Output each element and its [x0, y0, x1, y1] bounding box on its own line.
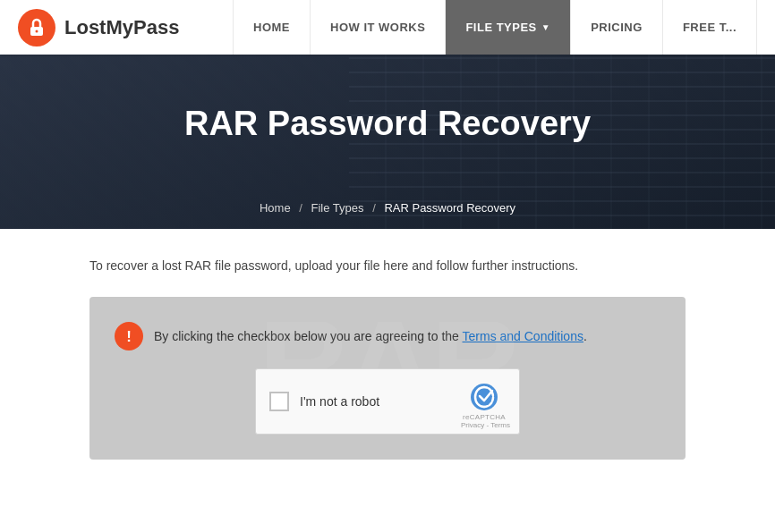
captcha-terms-link[interactable]: Terms	[490, 421, 510, 429]
captcha-checkbox[interactable]	[269, 392, 289, 411]
breadcrumb-current: RAR Password Recovery	[384, 201, 515, 215]
captcha-label: I'm not a robot	[300, 394, 452, 409]
nav-how-it-works[interactable]: HOW IT WORKS	[311, 0, 446, 55]
chevron-down-icon: ▼	[541, 22, 550, 32]
upload-area: RAR ! By clicking the checkbox below you…	[89, 297, 686, 460]
breadcrumb: Home / File Types / RAR Password Recover…	[260, 201, 515, 215]
nav-file-types[interactable]: FILE TYPES ▼	[446, 0, 571, 55]
hero-section: RAR Password Recovery Home / File Types …	[0, 55, 775, 229]
captcha-privacy-link[interactable]: Privacy	[461, 421, 484, 429]
recaptcha-brand-text: reCAPTCHA	[463, 413, 506, 421]
brand-name: LostMyPass	[64, 16, 179, 39]
breadcrumb-file-types[interactable]: File Types	[311, 201, 364, 215]
captcha-footer: Privacy - Terms	[461, 421, 510, 429]
nav-home[interactable]: HOME	[233, 0, 311, 55]
breadcrumb-sep-2: /	[372, 201, 376, 215]
breadcrumb-sep-1: /	[299, 201, 302, 215]
nav-links: HOME HOW IT WORKS FILE TYPES ▼ PRICING F…	[233, 0, 757, 55]
warning-icon: !	[115, 322, 143, 350]
captcha-box: I'm not a robot reCAPTCHA Privacy	[255, 368, 520, 435]
logo-icon	[18, 9, 55, 46]
intro-text: To recover a lost RAR file password, upl…	[89, 256, 686, 275]
svg-point-1	[36, 30, 38, 32]
nav-free-trial[interactable]: FREE T...	[663, 0, 757, 55]
navbar: LostMyPass HOME HOW IT WORKS FILE TYPES …	[0, 0, 775, 55]
lock-icon	[26, 17, 47, 38]
main-content: To recover a lost RAR file password, upl…	[0, 229, 775, 495]
page-title: RAR Password Recovery	[184, 105, 591, 143]
captcha-logo-area: reCAPTCHA	[463, 383, 506, 421]
logo[interactable]: LostMyPass	[18, 9, 179, 46]
breadcrumb-home[interactable]: Home	[260, 201, 291, 215]
terms-link[interactable]: Terms and Conditions	[463, 329, 583, 343]
recaptcha-logo-icon	[470, 383, 498, 411]
nav-pricing[interactable]: PRICING	[571, 0, 663, 55]
captcha-wrapper: I'm not a robot reCAPTCHA Privacy	[115, 368, 660, 435]
notice-row: ! By clicking the checkbox below you are…	[115, 322, 660, 350]
notice-text: By clicking the checkbox below you are a…	[154, 329, 587, 343]
